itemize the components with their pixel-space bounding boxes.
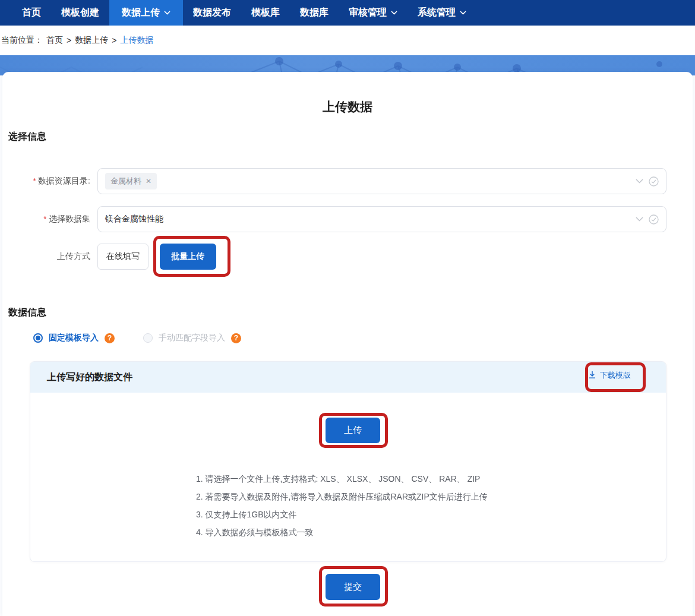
selected-tag: 金属材料 ✕: [105, 173, 157, 189]
upload-button[interactable]: 上传: [326, 418, 380, 443]
dataset-label: 选择数据集: [8, 214, 97, 225]
dataset-select[interactable]: 镁合金腐蚀性能: [97, 206, 666, 232]
breadcrumb-prefix: 当前位置：: [1, 35, 43, 46]
online-fill-button[interactable]: 在线填写: [97, 244, 149, 270]
dataset-value: 镁合金腐蚀性能: [105, 214, 163, 225]
breadcrumb-current[interactable]: 上传数据: [120, 35, 153, 46]
submit-button[interactable]: 提交: [326, 574, 380, 600]
nav-label: 系统管理: [418, 7, 456, 19]
panel-title: 上传写好的数据文件: [47, 371, 132, 384]
form-row-catalog: 数据资源目录: 金属材料 ✕: [8, 168, 666, 194]
download-template-link[interactable]: 下载模版: [588, 370, 631, 381]
chevron-down-icon: [636, 217, 643, 222]
method-label: 上传方式: [8, 251, 97, 262]
nav-label: 审核管理: [349, 7, 387, 19]
radio-selected[interactable]: [33, 333, 43, 343]
nav-label: 数据库: [300, 7, 328, 19]
nav-item-data-publish[interactable]: 数据发布: [183, 0, 241, 26]
check-circle-icon: [649, 214, 659, 225]
radio-unselected[interactable]: [143, 333, 153, 343]
tag-close-icon[interactable]: ✕: [146, 177, 151, 185]
breadcrumb-separator: >: [112, 36, 116, 45]
main-content-card: 上传数据 选择信息 数据资源目录: 金属材料 ✕ 选择数据集 镁合金腐蚀性能: [2, 72, 693, 616]
nav-item-template-library[interactable]: 模板库: [241, 0, 290, 26]
nav-item-data-upload[interactable]: 数据上传: [109, 0, 183, 26]
instruction-line: 2. 若需要导入数据及附件,请将导入数据及附件压缩成RAR或ZIP文件后进行上传: [196, 488, 488, 506]
page-title: 上传数据: [2, 99, 693, 115]
breadcrumb-separator: >: [67, 36, 71, 45]
chevron-down-icon: [391, 11, 397, 15]
nav-label: 数据上传: [122, 7, 160, 19]
nav-label: 数据发布: [193, 7, 231, 19]
nav-item-home[interactable]: 首页: [12, 0, 51, 26]
batch-upload-button[interactable]: 批量上传: [160, 244, 216, 270]
catalog-label: 数据资源目录:: [8, 176, 97, 187]
catalog-select[interactable]: 金属材料 ✕: [97, 168, 666, 194]
nav-item-audit-management[interactable]: 审核管理: [339, 0, 407, 26]
chevron-down-icon: [460, 11, 466, 15]
chevron-down-icon: [636, 179, 643, 184]
instruction-line: 4. 导入数据必须与模板格式一致: [196, 523, 488, 541]
nav-label: 模板库: [251, 7, 280, 19]
breadcrumb-link-data-upload[interactable]: 数据上传: [75, 35, 108, 46]
breadcrumb-link-home[interactable]: 首页: [46, 35, 63, 46]
form-row-method: 上传方式 在线填写 批量上传: [8, 244, 666, 270]
section-data-info: 数据信息: [8, 307, 46, 319]
instruction-line: 1. 请选择一个文件上传,支持格式: XLS、 XLSX、 JSON、 CSV、…: [196, 470, 488, 488]
nav-item-template-create[interactable]: 模板创建: [51, 0, 109, 26]
help-icon[interactable]: ?: [231, 333, 241, 343]
import-mode-options: 固定模板导入 ? 手动匹配字段导入 ?: [33, 332, 241, 344]
nav-item-database[interactable]: 数据库: [290, 0, 339, 26]
breadcrumb: 当前位置： 首页 > 数据上传 > 上传数据: [0, 26, 695, 55]
check-circle-icon: [649, 176, 659, 187]
nav-label: 模板创建: [61, 7, 99, 19]
nav-label: 首页: [22, 7, 41, 19]
section-select-info: 选择信息: [8, 131, 46, 143]
import-mode-manual-label[interactable]: 手动匹配字段导入: [159, 333, 225, 343]
panel-header: 上传写好的数据文件: [30, 362, 666, 393]
top-navbar: 首页 模板创建 数据上传 数据发布 模板库 数据库 审核管理 系统管理: [0, 0, 695, 26]
tag-label: 金属材料: [110, 176, 141, 187]
form-row-dataset: 选择数据集 镁合金腐蚀性能: [8, 206, 666, 232]
nav-item-system-management[interactable]: 系统管理: [407, 0, 476, 26]
help-icon[interactable]: ?: [105, 333, 115, 343]
upload-instructions: 1. 请选择一个文件上传,支持格式: XLS、 XLSX、 JSON、 CSV、…: [196, 470, 488, 541]
import-mode-fixed-label[interactable]: 固定模板导入: [49, 333, 99, 343]
chevron-down-icon: [164, 11, 170, 15]
instruction-line: 3. 仅支持上传1GB以内文件: [196, 506, 488, 523]
download-template-label: 下载模版: [600, 370, 631, 381]
download-icon: [588, 371, 596, 381]
